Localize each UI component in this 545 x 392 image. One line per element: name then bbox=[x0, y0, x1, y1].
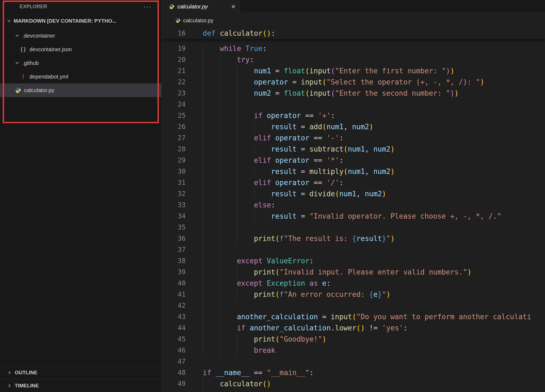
code-line[interactable]: 20try: bbox=[162, 54, 545, 65]
tab-calculator-py[interactable]: calculator.py × bbox=[162, 0, 240, 13]
more-actions-icon[interactable]: ··· bbox=[143, 3, 152, 10]
outline-section-header[interactable]: OUTLINE bbox=[0, 366, 161, 379]
code-line[interactable]: 16def calculator(): bbox=[162, 28, 545, 39]
indent-guide bbox=[203, 110, 220, 121]
code-line[interactable]: 29elif operator == '*': bbox=[162, 155, 545, 166]
workspace-section-header[interactable]: MARKDOWN [DEV CONTAINER: PYTHO... bbox=[0, 13, 161, 29]
indent-guide bbox=[220, 65, 237, 77]
code-line[interactable]: 49calculator() bbox=[162, 378, 545, 390]
indent-guide bbox=[220, 289, 237, 300]
line-number: 33 bbox=[162, 200, 186, 211]
close-icon[interactable]: × bbox=[231, 3, 235, 10]
timeline-section-header[interactable]: TIMELINE bbox=[0, 379, 161, 392]
code-line[interactable]: 19while True: bbox=[162, 43, 545, 54]
indent-guide bbox=[237, 88, 254, 99]
indent-guide bbox=[203, 200, 220, 211]
tree-item-devcontainer-folder[interactable]: .devcontainer bbox=[0, 29, 161, 43]
code-text: except ValueError: bbox=[186, 255, 314, 267]
tree-item-devcontainer-json[interactable]: {} devcontainer.json bbox=[0, 43, 161, 56]
line-number: 28 bbox=[162, 144, 186, 155]
code-line[interactable]: 45print("Goodbye!") bbox=[162, 334, 545, 345]
indent-guide bbox=[203, 121, 220, 132]
indent-guide bbox=[237, 77, 254, 88]
line-number: 25 bbox=[162, 110, 186, 121]
indent-guide bbox=[220, 177, 237, 188]
indent-guide bbox=[203, 77, 220, 88]
indent-guide bbox=[203, 166, 220, 177]
indent-guide bbox=[220, 132, 237, 144]
code-text bbox=[186, 390, 203, 392]
indent-guide bbox=[254, 188, 271, 200]
code-line[interactable]: 30result = multiply(num1, num2) bbox=[162, 166, 545, 177]
code-text: operator = input("Select the operator (+… bbox=[186, 77, 484, 88]
line-number: 44 bbox=[162, 322, 186, 334]
indent-guide bbox=[203, 233, 220, 244]
code-line[interactable]: 34result = "Invalid operator. Please cho… bbox=[162, 211, 545, 222]
outline-label: OUTLINE bbox=[15, 370, 37, 376]
code-line[interactable]: 32result = divide(num1, num2) bbox=[162, 188, 545, 200]
code-line[interactable]: 31elif operator == '/': bbox=[162, 177, 545, 188]
code-line[interactable]: 44if another_calculation.lower() != 'yes… bbox=[162, 322, 545, 334]
code-text bbox=[186, 222, 254, 233]
indent-guide bbox=[237, 132, 254, 144]
sticky-scroll[interactable]: 16def calculator(): bbox=[162, 28, 545, 39]
chevron-down-icon bbox=[15, 33, 20, 38]
indent-guide bbox=[203, 378, 220, 390]
code-line[interactable]: 37 bbox=[162, 244, 545, 255]
indent-guide bbox=[220, 278, 237, 289]
python-file-icon bbox=[175, 18, 181, 23]
indent-guide bbox=[220, 233, 237, 244]
chevron-right-icon bbox=[7, 370, 12, 375]
code-line[interactable]: 39print("Invalid input. Please enter val… bbox=[162, 267, 545, 278]
code-line[interactable]: 24 bbox=[162, 99, 545, 110]
line-number: 41 bbox=[162, 289, 186, 300]
code-line[interactable]: 42 bbox=[162, 300, 545, 311]
timeline-label: TIMELINE bbox=[15, 383, 39, 389]
code-line[interactable]: 48if __name__ == "__main__": bbox=[162, 367, 545, 378]
code-line[interactable]: 47 bbox=[162, 356, 545, 367]
code-text: except Exception as e: bbox=[186, 278, 331, 289]
code-text: break bbox=[186, 345, 275, 356]
code-line[interactable]: 38except ValueError: bbox=[162, 255, 545, 267]
code-line[interactable]: 27elif operator == '-': bbox=[162, 132, 545, 144]
line-number: 43 bbox=[162, 311, 186, 322]
code-line[interactable]: 21num1 = float(input("Enter the first nu… bbox=[162, 65, 545, 77]
code-line[interactable]: 41print(f"An error occurred: {e}") bbox=[162, 289, 545, 300]
code-text: else: bbox=[186, 200, 275, 211]
vscode-window: EXPLORER ··· MARKDOWN [DEV CONTAINER: PY… bbox=[0, 0, 545, 392]
indent-guide bbox=[220, 188, 237, 200]
code-text: print("Invalid input. Please enter valid… bbox=[186, 267, 471, 278]
indent-guide bbox=[237, 110, 254, 121]
chevron-right-icon bbox=[7, 383, 12, 388]
code-line[interactable]: 50 bbox=[162, 390, 545, 392]
line-number: 29 bbox=[162, 155, 186, 166]
code-line[interactable]: 43another_calculation = input("Do you wa… bbox=[162, 311, 545, 322]
indent-guide bbox=[220, 144, 237, 155]
code-text: if operator == '+': bbox=[186, 110, 335, 121]
breadcrumb[interactable]: calculator.py bbox=[162, 13, 545, 28]
indent-guide bbox=[237, 289, 254, 300]
code-line[interactable]: 36print(f"The result is: {result}") bbox=[162, 233, 545, 244]
code-line[interactable]: 40except Exception as e: bbox=[162, 278, 545, 289]
code-line[interactable]: 25if operator == '+': bbox=[162, 110, 545, 121]
tree-item-calculator-py[interactable]: calculator.py bbox=[0, 83, 161, 97]
code-lines: 19while True:20try:21num1 = float(input(… bbox=[162, 39, 545, 392]
breadcrumb-item: calculator.py bbox=[183, 17, 213, 24]
indent-guide bbox=[220, 211, 237, 222]
indent-guide bbox=[203, 88, 220, 99]
tree-item-dependabot-yml[interactable]: ! dependabot.yml bbox=[0, 70, 161, 83]
code-line[interactable]: 23num2 = float(input("Enter the second n… bbox=[162, 88, 545, 99]
indent-guide bbox=[220, 311, 237, 322]
code-line[interactable]: 35 bbox=[162, 222, 545, 233]
code-line[interactable]: 33else: bbox=[162, 200, 545, 211]
tree-item-github-folder[interactable]: .github bbox=[0, 56, 161, 70]
indent-guide bbox=[220, 255, 237, 267]
code-line[interactable]: 46break bbox=[162, 345, 545, 356]
code-line[interactable]: 22operator = input("Select the operator … bbox=[162, 77, 545, 88]
code-line[interactable]: 28result = subtract(num1, num2) bbox=[162, 144, 545, 155]
indent-guide bbox=[220, 244, 237, 255]
line-number: 20 bbox=[162, 54, 186, 65]
line-number: 22 bbox=[162, 77, 186, 88]
tree-item-label: .github bbox=[22, 60, 39, 66]
code-line[interactable]: 26result = add(num1, num2) bbox=[162, 121, 545, 132]
